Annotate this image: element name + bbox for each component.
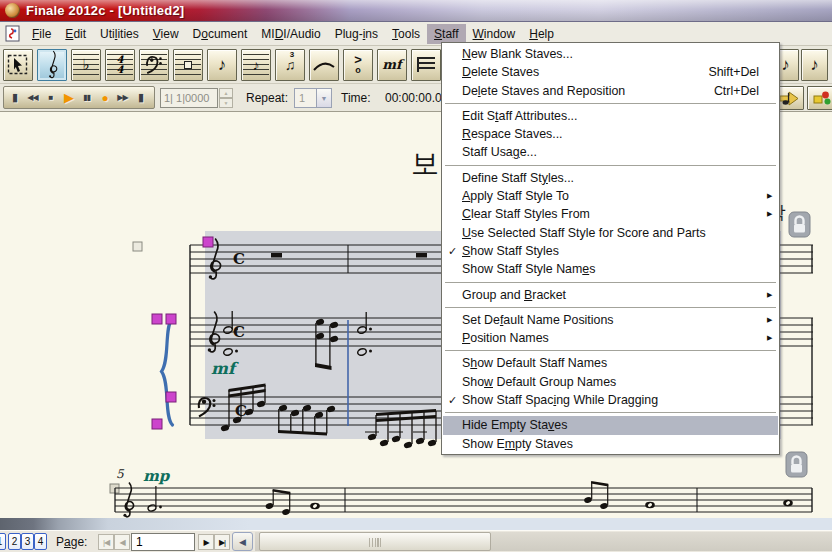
- staff-menu-item-delete-staves-and-reposition[interactable]: Delete Staves and RepositionCtrl+Del: [443, 82, 778, 100]
- menubar-item-file[interactable]: File: [25, 24, 58, 44]
- menubar-item-help[interactable]: Help: [522, 24, 561, 44]
- staff-menu-item-define-staff-styles[interactable]: Define Staff Styles...: [443, 169, 778, 187]
- go-to-start-button[interactable]: ▮: [6, 88, 23, 108]
- prev-page-button[interactable]: ◀: [114, 534, 130, 550]
- view-percent-button-4[interactable]: 4: [34, 533, 47, 550]
- menu-separator: [445, 307, 776, 308]
- staff-handle-piano-lh[interactable]: [166, 392, 176, 402]
- play-button[interactable]: ▶: [60, 88, 77, 108]
- menubar-item-tools[interactable]: Tools: [385, 24, 427, 44]
- articulation-tool-button[interactable]: >o: [343, 49, 373, 81]
- titlebar[interactable]: Finale 2012c - [Untitled2]: [0, 0, 832, 22]
- clef-tool-button[interactable]: [139, 49, 169, 81]
- view-percent-button-3[interactable]: 3: [21, 533, 34, 550]
- scrollbar-thumb[interactable]: [259, 532, 491, 551]
- system-lock-icon[interactable]: [789, 212, 810, 237]
- menu-item-label: Set Default Name Positions: [462, 311, 767, 329]
- speedy-entry-tool-button[interactable]: ♪: [241, 49, 271, 81]
- selection-tool-button[interactable]: [3, 49, 33, 81]
- note-button-b-button[interactable]: ♪: [801, 49, 828, 81]
- staff-menu-item-position-names[interactable]: Position Names▶: [443, 329, 778, 347]
- menubar-item-view[interactable]: View: [146, 24, 186, 44]
- note-entry-tool-button[interactable]: ♪: [207, 49, 237, 81]
- staff-handle-piano-lh-b[interactable]: [152, 419, 162, 429]
- scrollbar-track[interactable]: [255, 532, 832, 551]
- staff-menu-item-apply-staff-style-to[interactable]: Apply Staff Style To▶: [443, 187, 778, 205]
- color-objects-button-button[interactable]: [807, 86, 832, 110]
- staff-menu-item-hide-empty-staves[interactable]: Hide Empty Staves: [443, 416, 778, 434]
- chevron-down-icon[interactable]: ▼: [316, 89, 331, 107]
- spinner-down-icon[interactable]: ▼: [219, 98, 233, 108]
- repeat-label: Repeat:: [246, 91, 288, 105]
- menu-item-label: Clear Staff Styles From: [462, 205, 767, 223]
- expression-tool-button[interactable]: mf: [377, 49, 407, 81]
- staff-menu-item-show-empty-staves[interactable]: Show Empty Staves: [443, 435, 778, 453]
- scrollbar-grip: [369, 538, 382, 547]
- stop-button[interactable]: ■: [42, 88, 59, 108]
- staff-menu-item-show-staff-spacing-while-dragging[interactable]: ✓Show Staff Spacing While Dragging: [443, 391, 778, 409]
- staff-handle-piano-rh-b[interactable]: [166, 314, 176, 324]
- menu-separator: [445, 103, 776, 104]
- record-button[interactable]: ●: [96, 88, 113, 108]
- menubar-item-document[interactable]: Document: [186, 24, 255, 44]
- document-icon[interactable]: [5, 25, 22, 42]
- staff-menu-item-staff-usage[interactable]: Staff Usage...: [443, 143, 778, 161]
- staff-menu-item-show-default-staff-names[interactable]: Show Default Staff Names: [443, 354, 778, 372]
- menubar-item-staff[interactable]: Staff: [427, 24, 465, 44]
- fast-forward-button[interactable]: ▶▶: [114, 88, 131, 108]
- rewind-button[interactable]: ◀◀: [24, 88, 41, 108]
- dynamic-mp[interactable]: mp: [143, 467, 171, 485]
- staff-handle-voice[interactable]: [203, 237, 213, 247]
- key-signature-tool-button[interactable]: ♭: [71, 49, 101, 81]
- staff-menu-item-show-staff-styles[interactable]: ✓Show Staff Styles: [443, 242, 778, 260]
- menubar-item-edit[interactable]: Edit: [58, 24, 93, 44]
- staff-handle-piano-rh-a[interactable]: [152, 314, 162, 324]
- staff-menu-list: New Blank Staves...Delete StavesShift+De…: [443, 45, 778, 453]
- horizontal-scrollbar[interactable]: ◀: [232, 532, 832, 551]
- group-handle[interactable]: [133, 242, 142, 251]
- menu-item-label: Edit Staff Attributes...: [462, 107, 767, 125]
- text-tool-button[interactable]: [411, 49, 441, 81]
- staff-menu-item-group-and-bracket[interactable]: Group and Bracket▶: [443, 286, 778, 304]
- repeat-dropdown[interactable]: 1 ▼: [294, 88, 332, 108]
- measure-tool-button[interactable]: [173, 49, 203, 81]
- menu-item-label: Show Staff Spacing While Dragging: [462, 391, 767, 409]
- menubar-item-window[interactable]: Window: [466, 24, 523, 44]
- go-to-end-button[interactable]: ▮: [132, 88, 149, 108]
- pause-button[interactable]: ▮▮: [78, 88, 95, 108]
- staff-menu-item-clear-staff-styles-from[interactable]: Clear Staff Styles From▶: [443, 205, 778, 223]
- view-percent-button-2[interactable]: 2: [8, 533, 21, 550]
- next-page-button[interactable]: ▶: [198, 534, 214, 550]
- staff-menu-item-use-selected-staff-style-for-score-and-parts[interactable]: Use Selected Staff Style for Score and P…: [443, 224, 778, 242]
- menubar-item-utilities[interactable]: Utilities: [93, 24, 146, 44]
- menu-item-label: Respace Staves...: [462, 125, 767, 143]
- staff-menu-item-delete-staves[interactable]: Delete StavesShift+Del: [443, 63, 778, 81]
- menu-item-label: Delete Staves: [462, 63, 708, 81]
- dynamic-mf[interactable]: mf: [211, 359, 239, 378]
- first-page-button[interactable]: |◀: [98, 534, 114, 550]
- spinner-up-icon[interactable]: ▲: [219, 88, 233, 98]
- menubar-item-midi-audio[interactable]: MIDI/Audio: [254, 24, 327, 44]
- time-signature-tool-button[interactable]: 44: [105, 49, 135, 81]
- staff-menu-item-show-default-group-names[interactable]: Show Default Group Names: [443, 373, 778, 391]
- staff-menu-item-edit-staff-attributes[interactable]: Edit Staff Attributes...: [443, 107, 778, 125]
- system-lock-icon-2[interactable]: [786, 452, 807, 477]
- playback-counter[interactable]: 1| 1|0000: [160, 88, 218, 108]
- counter-spinner[interactable]: ▲ ▼: [219, 88, 233, 108]
- menu-separator: [445, 350, 776, 351]
- staff-tool-button[interactable]: [37, 49, 67, 81]
- view-percent-button-1[interactable]: 1: [0, 533, 6, 550]
- staff-menu-item-new-blank-staves[interactable]: New Blank Staves...: [443, 45, 778, 63]
- menubar-item-plug-ins[interactable]: Plug-ins: [328, 24, 385, 44]
- staff-menu-item-set-default-name-positions[interactable]: Set Default Name Positions▶: [443, 311, 778, 329]
- piano-brace: [162, 318, 173, 425]
- statusbar: Page: ◀ 1234|◀◀▶▶|: [0, 530, 832, 552]
- staff-menu-item-respace-staves[interactable]: Respace Staves...: [443, 125, 778, 143]
- transport-strip: ▮◀◀■▶▮▮●▶▶▮: [3, 86, 155, 109]
- last-page-button[interactable]: ▶|: [214, 534, 230, 550]
- smart-shape-tool-button[interactable]: [309, 49, 339, 81]
- staff-menu-item-show-staff-style-names[interactable]: Show Staff Style Names: [443, 260, 778, 278]
- tuplet-tool-button[interactable]: 3♫: [275, 49, 305, 81]
- page-number-input[interactable]: [131, 533, 195, 551]
- scroll-left-icon[interactable]: ◀: [232, 532, 253, 551]
